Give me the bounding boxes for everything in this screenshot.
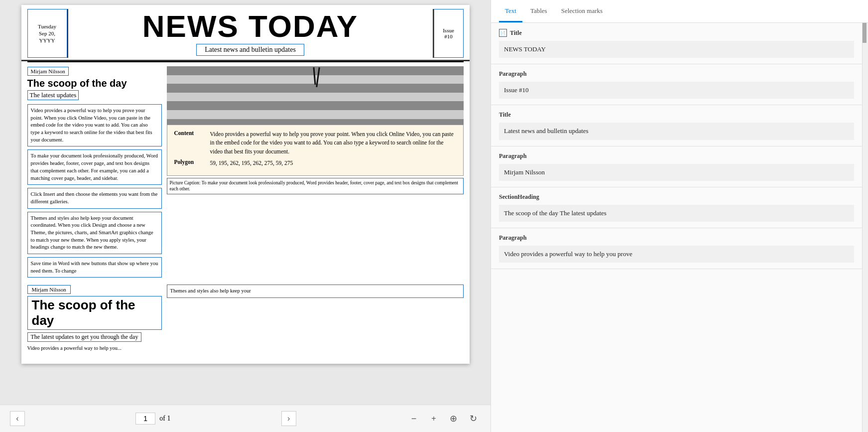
next-page-button[interactable]: › <box>281 411 296 426</box>
rotate-button[interactable]: ↻ <box>467 412 481 426</box>
result-item-5: SectionHeading The scoop of the day The … <box>491 187 862 228</box>
author-badge-1: Mirjam Nilsson <box>27 67 69 76</box>
tab-selection-marks[interactable]: Selection marks <box>555 0 609 22</box>
section-heading-1: The scoop of the day <box>27 78 162 89</box>
result-type-5: SectionHeading <box>499 193 539 201</box>
newspaper-title: NEWS TODAY <box>142 11 358 42</box>
image-container: Content Video provides a powerful way to… <box>167 66 464 176</box>
document-page[interactable]: Tuesday Sep 20, YYYY NEWS TODAY Latest n… <box>0 0 491 405</box>
zoom-controls: − + ⊕ ↻ <box>407 412 481 426</box>
bottom-left-column: Mirjam Nilsson The scoop of the day The … <box>27 285 162 360</box>
page-number-input[interactable] <box>135 413 155 425</box>
result-type-3: Title <box>499 111 511 119</box>
fit-page-button[interactable]: ⊕ <box>447 412 461 426</box>
section-subheading-2: The latest updates to get you through th… <box>27 332 142 342</box>
section-heading-2: The scoop of the day <box>27 296 162 330</box>
title-area: NEWS TODAY Latest news and bulletin upda… <box>67 9 434 58</box>
tooltip-content-row: Content Video provides a powerful way to… <box>174 130 456 156</box>
document-bottom-bar: ‹ of 1 › − + ⊕ ↻ <box>0 405 491 432</box>
right-scrollbar[interactable] <box>862 23 868 432</box>
left-column: Mirjam Nilsson The scoop of the day The … <box>27 66 162 281</box>
result-item-6: Paragraph Video provides a powerful way … <box>491 228 862 269</box>
result-value-6: Video provides a powerful way to help yo… <box>499 246 854 263</box>
result-label-2: Paragraph <box>499 70 854 78</box>
result-type-1: Title <box>510 29 522 37</box>
polygon-value: 59, 195, 262, 195, 262, 275, 59, 275 <box>210 159 293 167</box>
of-page-text: of 1 <box>159 415 170 423</box>
newspaper-header: Tuesday Sep 20, YYYY NEWS TODAY Latest n… <box>21 5 470 61</box>
section-subheading-1: The latest updates <box>27 90 79 100</box>
analysis-tabs: Text Tables Selection marks <box>491 0 868 23</box>
result-value-2: Issue #10 <box>499 82 854 99</box>
text-block-2: To make your document look professionall… <box>27 149 162 185</box>
right-column: Content Video provides a powerful way to… <box>167 66 464 281</box>
content-label: Content <box>174 130 204 156</box>
zoom-in-button[interactable]: + <box>427 412 441 426</box>
picture-caption: Picture Caption: To make your document l… <box>167 178 464 194</box>
bottom-right-text: Themes and styles also help keep your <box>167 285 464 298</box>
zoom-out-button[interactable]: − <box>407 412 421 426</box>
text-block-partial: Video provides a powerful way to help yo… <box>27 345 162 360</box>
result-item-2: Paragraph Issue #10 <box>491 64 862 105</box>
result-type-2: Paragraph <box>499 70 526 78</box>
right-panel-inner: 📄 Title NEWS TODAY Paragraph Issue #10 T… <box>491 23 868 432</box>
bottom-right-column: Themes and styles also help keep your <box>167 285 464 360</box>
tooltip-polygon-row: Polygon 59, 195, 262, 195, 262, 275, 59,… <box>174 159 456 167</box>
text-block-4: Themes and styles also help keep your do… <box>27 212 162 254</box>
scrollbar-thumb[interactable] <box>863 23 867 43</box>
result-value-4: Mirjam Nilsson <box>499 164 854 181</box>
newspaper-main-content: Mirjam Nilsson The scoop of the day The … <box>21 62 470 285</box>
result-item-1: 📄 Title NEWS TODAY <box>491 23 862 64</box>
content-value: Video provides a powerful way to help yo… <box>210 130 456 156</box>
analysis-results[interactable]: 📄 Title NEWS TODAY Paragraph Issue #10 T… <box>491 23 862 432</box>
result-item-3: Title Latest news and bulletin updates <box>491 105 862 146</box>
result-value-3: Latest news and bulletin updates <box>499 123 854 140</box>
author-badge-2: Mirjam Nilsson <box>27 285 71 294</box>
text-block-1: Video provides a powerful way to help yo… <box>27 104 162 146</box>
result-label-4: Paragraph <box>499 152 854 160</box>
page-indicator: of 1 <box>135 413 170 425</box>
text-block-5: Save time in Word with new buttons that … <box>27 257 162 278</box>
result-item-4: Paragraph Mirjam Nilsson <box>491 146 862 187</box>
result-type-4: Paragraph <box>499 152 526 160</box>
result-label-1: 📄 Title <box>499 29 854 37</box>
result-label-3: Title <box>499 111 854 119</box>
document-panel: Tuesday Sep 20, YYYY NEWS TODAY Latest n… <box>0 0 491 432</box>
date-box: Tuesday Sep 20, YYYY <box>27 9 67 58</box>
text-block-3: Click Insert and then choose the element… <box>27 188 162 208</box>
bottom-section: Mirjam Nilsson The scoop of the day The … <box>21 285 470 364</box>
result-label-6: Paragraph <box>499 234 854 242</box>
content-tooltip: Content Video provides a powerful way to… <box>167 125 464 176</box>
subtitle-box: Latest news and bulletin updates <box>196 44 304 56</box>
tab-text[interactable]: Text <box>499 0 522 22</box>
result-label-5: SectionHeading <box>499 193 854 201</box>
issue-box: Issue #10 <box>434 9 464 58</box>
prev-page-button[interactable]: ‹ <box>10 411 25 426</box>
tab-tables[interactable]: Tables <box>524 0 553 22</box>
result-value-1: NEWS TODAY <box>499 41 854 58</box>
result-value-5: The scoop of the day The latest updates <box>499 205 854 222</box>
date-text: Tuesday Sep 20, YYYY <box>38 23 56 44</box>
newspaper-document: Tuesday Sep 20, YYYY NEWS TODAY Latest n… <box>21 5 470 364</box>
issue-text: Issue #10 <box>443 27 454 39</box>
doc-icon-1: 📄 <box>499 29 507 37</box>
polygon-label: Polygon <box>174 159 204 167</box>
result-type-6: Paragraph <box>499 234 526 242</box>
analysis-panel: Text Tables Selection marks 📄 Title NEWS… <box>491 0 868 432</box>
